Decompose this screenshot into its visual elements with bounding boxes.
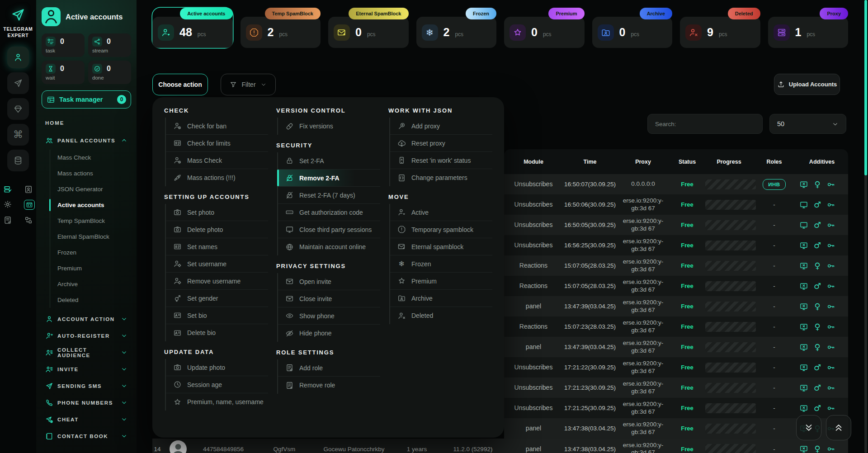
table-row[interactable]: Unsubscribes17:21:23(30.09.25)erse.io:92…	[504, 378, 848, 398]
menu-item-premium-name-username[interactable]: Premium, name, username	[166, 393, 268, 411]
sidebar-section-sending-sms[interactable]: SENDING SMS	[42, 378, 131, 394]
menu-item-premium[interactable]: Premium	[390, 273, 492, 290]
rail-item-database[interactable]	[7, 150, 29, 171]
table-row[interactable]: Unsubscribes17:21:22(30.09.25)erse.io:92…	[504, 357, 848, 378]
rail-item-premium[interactable]	[7, 98, 29, 120]
status-card-proxy[interactable]: Proxy1pcs	[768, 8, 849, 48]
table-row-full[interactable]: 14447584849856QgfVsmGocewu Patoncchrkby1…	[152, 439, 848, 453]
code-window-icon[interactable]	[24, 200, 35, 210]
sidebar-item-frozen[interactable]: Frozen	[50, 245, 131, 260]
table-row[interactable]: Reactions15:07:23(28.03.25)erse.io:9200:…	[504, 316, 848, 337]
menu-item-frozen[interactable]: ❄Frozen	[390, 255, 492, 273]
upload-accounts-button[interactable]: Upload Accounts	[774, 74, 840, 95]
menu-item-remove-2-fa[interactable]: Remove 2-FA	[278, 170, 380, 187]
status-card-archive[interactable]: Archive0pcs	[592, 8, 673, 48]
menu-item-reset-in-work-status[interactable]: Reset 'in work' status	[390, 152, 492, 169]
sidebar-item-archive[interactable]: Archive	[50, 276, 131, 292]
status-card-active-accounts[interactable]: Active accounts48pcs	[152, 8, 233, 48]
task-manager-button[interactable]: Task manager 0	[42, 90, 131, 109]
menu-item-reset-proxy[interactable]: Reset proxy	[390, 135, 492, 152]
sidebar-section-panel-accounts[interactable]: PANEL ACCOUNTS	[42, 132, 131, 149]
sidebar-item-eternal-spamblock[interactable]: Eternal SpamBlock	[50, 229, 131, 245]
menu-item-set-photo[interactable]: Set photo	[166, 204, 268, 221]
menu-item-change-parameters[interactable]: Change parameters	[390, 169, 492, 186]
sidebar-section-invite[interactable]: INVITE	[42, 361, 131, 378]
menu-item-show-phone[interactable]: Show phone	[278, 307, 380, 325]
menu-item-maintain-account-online[interactable]: Maintain account online	[278, 238, 380, 255]
sidebar-section-collect-audience[interactable]: COLLECT AUDIENCE	[42, 344, 131, 361]
menu-item-active[interactable]: Active	[390, 204, 492, 221]
menu-item-close-third-party-sessions[interactable]: Close third party sessions	[278, 221, 380, 238]
menu-item-delete-bio[interactable]: Delete bio	[166, 324, 268, 341]
menu-item-remove-username[interactable]: Remove username	[166, 273, 268, 290]
swap-icon[interactable]	[24, 216, 33, 225]
menu-item-eternal-spamblock[interactable]: Eternal spamblock	[390, 238, 492, 255]
sidebar-item-active-accounts[interactable]: Active accounts	[50, 197, 131, 213]
menu-item-close-invite[interactable]: Close invite	[278, 290, 380, 307]
menu-item-temporary-spamblock[interactable]: Temporary spamblock	[390, 221, 492, 238]
status-card-temp-spamblock[interactable]: Temp SpamBlock2pcs	[241, 8, 321, 48]
menu-item-open-invite[interactable]: Open invite	[278, 273, 380, 290]
table-row[interactable]: panel13:47:39(03.04.25)erse.io:9200:y-gb…	[504, 296, 848, 316]
server-check-icon[interactable]	[3, 185, 12, 194]
status-card-frozen[interactable]: Frozen❄2pcs	[416, 8, 497, 48]
sidebar-item-temp-spamblock[interactable]: Temp SpamBlock	[50, 213, 131, 229]
sidebar-section-auto-register[interactable]: AUTO-REGISTER	[42, 327, 131, 344]
menu-item-set-names[interactable]: Set names	[166, 238, 268, 255]
menu-item-deleted[interactable]: Deleted	[390, 307, 492, 324]
rail-item-shortcuts[interactable]: ⌘	[7, 124, 29, 146]
choose-action-button[interactable]: Choose action	[152, 74, 208, 95]
sidebar-section-account-action[interactable]: ACCOUNT ACTION	[42, 311, 131, 327]
sidebar-item-mass-actions[interactable]: Mass actions	[50, 165, 131, 181]
menu-item-add-role[interactable]: Add role	[278, 359, 380, 377]
menu-item-get-authorization-code[interactable]: Get authorization code	[278, 204, 380, 221]
menu-item-fix-versions[interactable]: Fix versions	[278, 118, 380, 135]
table-row[interactable]: panel13:47:39(03.04.25)erse.io:9200:y-gb…	[504, 337, 848, 357]
gear-icon[interactable]	[3, 200, 12, 209]
menu-item-session-age[interactable]: Session age	[166, 376, 268, 393]
table-row[interactable]: Reactions15:07:05(28.03.25)erse.io:9200:…	[504, 276, 848, 296]
sidebar-item-deleted[interactable]: Deleted	[50, 292, 131, 308]
menu-item-mass-check[interactable]: Mass Check	[166, 152, 268, 169]
menu-item-set-2-fa[interactable]: Set 2-FA	[278, 152, 380, 170]
menu-item-hide-phone[interactable]: Hide phone	[278, 325, 380, 342]
sidebar-item-home[interactable]: HOME	[45, 120, 131, 126]
person-badge-icon[interactable]	[24, 185, 33, 194]
menu-item-set-bio[interactable]: Set bio	[166, 307, 268, 324]
table-row[interactable]: Unsubscribes16:50:06(30.09.25)erse.io:92…	[504, 194, 848, 215]
menu-item-delete-photo[interactable]: Delete photo	[166, 221, 268, 238]
rail-item-sending[interactable]	[7, 72, 29, 94]
menu-item-check-for-limits[interactable]: Check for limits	[166, 135, 268, 152]
search-input[interactable]	[647, 114, 763, 134]
menu-item-add-proxy[interactable]: Add proxy	[390, 118, 492, 135]
menu-item-reset-2-fa-7-days-[interactable]: Reset 2-FA (7 days)	[278, 187, 380, 204]
page-size-select[interactable]: 50	[769, 114, 846, 134]
menu-item-set-gender[interactable]: Set gender	[166, 290, 268, 307]
menu-item-update-photo[interactable]: Update photo	[166, 359, 268, 376]
table-row[interactable]: Unsubscribes17:21:25(30.09.25)erse.io:92…	[504, 398, 848, 418]
table-row[interactable]: Reactions15:07:05(28.03.25)erse.io:9200:…	[504, 255, 848, 276]
doc-check-icon[interactable]	[3, 216, 12, 225]
menu-item-set-username[interactable]: Set username	[166, 255, 268, 273]
rail-item-accounts[interactable]	[7, 47, 29, 68]
filter-button[interactable]: Filter	[221, 74, 276, 95]
table-row[interactable]: Unsubscribes16:56:25(30.09.25)erse.io:92…	[504, 235, 848, 255]
status-card-eternal-spamblock[interactable]: Eternal SpamBlock0pcs	[328, 8, 409, 48]
sidebar-item-mass-check[interactable]: Mass Check	[50, 150, 131, 165]
sidebar-item-json-generator[interactable]: JSON Generator	[50, 181, 131, 197]
menu-item-check-for-ban[interactable]: Check for ban	[166, 118, 268, 135]
scrollbar-thumb[interactable]	[864, 0, 867, 175]
table-row[interactable]: Unsubscribes16:50:07(30.09.25)0.0.0.0:0F…	[504, 174, 848, 194]
table-row[interactable]: Unsubscribes16:50:05(30.09.25)erse.io:92…	[504, 215, 848, 235]
status-card-deleted[interactable]: Deleted9pcs	[680, 8, 760, 48]
menu-item-archive[interactable]: Archive	[390, 290, 492, 307]
sidebar-section-phone-numbers[interactable]: PHONE NUMBERS	[42, 394, 131, 411]
scroll-to-top-button[interactable]	[826, 415, 851, 440]
status-card-premium[interactable]: Premium0pcs	[504, 8, 585, 48]
menu-item-mass-actions-[interactable]: Mass actions (!!!)	[166, 169, 268, 186]
menu-item-remove-role[interactable]: Remove role	[278, 377, 380, 394]
sidebar-section-contact-book[interactable]: CONTACT BOOK	[42, 428, 131, 444]
sidebar-item-premium[interactable]: Premium	[50, 260, 131, 276]
scroll-to-bottom-button[interactable]	[796, 415, 821, 440]
sidebar-section-cheat[interactable]: CHEAT	[42, 411, 131, 428]
